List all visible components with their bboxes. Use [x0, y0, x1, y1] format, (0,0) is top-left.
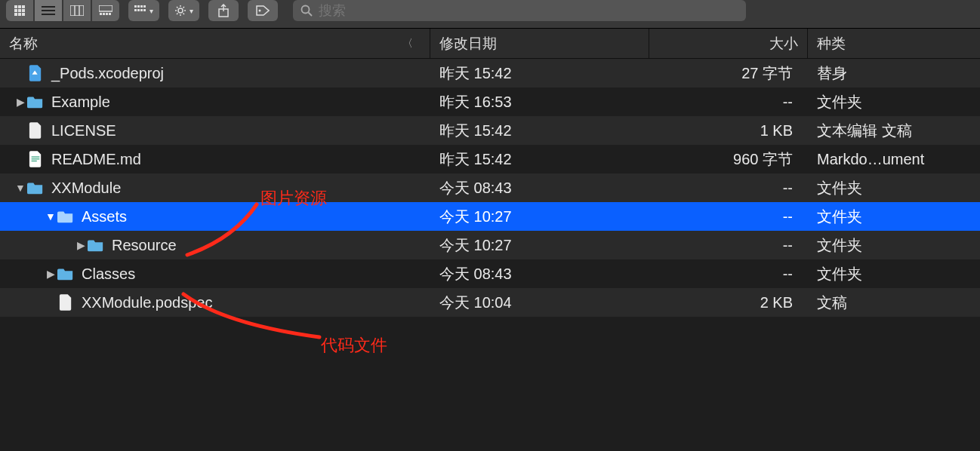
file-icon	[57, 294, 74, 311]
view-icon-button[interactable]	[6, 0, 33, 21]
file-rows: _Pods.xcodeproj 昨天 15:42 27 字节 替身 ▶ Exam…	[0, 59, 980, 317]
search-input[interactable]	[319, 3, 738, 19]
file-size: --	[649, 265, 808, 283]
grid-icon	[14, 5, 26, 17]
arrange-icon	[134, 5, 146, 16]
column-name-label: 名称	[9, 34, 38, 54]
xcodeproj-icon	[27, 65, 44, 81]
svg-rect-25	[137, 9, 140, 11]
svg-rect-27	[143, 9, 146, 11]
svg-rect-4	[18, 9, 21, 12]
tag-button[interactable]	[248, 0, 278, 21]
file-date: 今天 08:43	[430, 264, 649, 284]
file-kind: Markdo…ument	[808, 151, 980, 168]
file-date: 昨天 15:42	[430, 149, 649, 170]
file-name: XXModule	[51, 179, 121, 197]
svg-rect-20	[134, 5, 137, 8]
sort-indicator-icon: 〈	[402, 37, 413, 51]
svg-line-32	[309, 13, 313, 17]
disclosure-triangle[interactable]: ▶	[14, 96, 27, 108]
column-header-kind[interactable]: 种类	[808, 29, 980, 58]
svg-rect-6	[14, 13, 17, 16]
file-row[interactable]: ▶ Resource 今天 10:27 -- 文件夹	[0, 231, 980, 259]
svg-rect-10	[42, 10, 55, 11]
file-kind: 替身	[808, 63, 980, 84]
folder-icon	[57, 265, 74, 282]
file-date: 昨天 15:42	[430, 63, 649, 84]
file-date: 昨天 16:53	[430, 92, 649, 112]
md-icon	[27, 151, 44, 167]
disclosure-triangle[interactable]: ▶	[74, 239, 88, 251]
svg-rect-23	[143, 5, 146, 8]
file-row[interactable]: ▼ Assets 今天 10:27 -- 文件夹	[0, 202, 980, 231]
file-name: Classes	[82, 265, 135, 283]
svg-rect-5	[22, 9, 25, 12]
file-size: --	[649, 94, 808, 111]
file-row[interactable]: ▼ XXModule 今天 08:43 -- 文件夹	[0, 173, 980, 202]
svg-rect-12	[70, 5, 84, 16]
file-name: XXModule.podspec	[82, 294, 212, 311]
folder-icon	[88, 237, 104, 253]
file-row[interactable]: _Pods.xcodeproj 昨天 15:42 27 字节 替身	[0, 59, 980, 87]
file-size: --	[649, 237, 808, 254]
file-name: Resource	[112, 237, 177, 254]
gear-icon	[174, 5, 186, 17]
view-column-button[interactable]	[63, 0, 91, 21]
annotation-code-files: 代码文件	[321, 334, 387, 357]
folder-icon	[57, 208, 74, 225]
svg-rect-26	[140, 9, 143, 11]
file-row[interactable]: LICENSE 昨天 15:42 1 KB 文本编辑 文稿	[0, 116, 980, 145]
disclosure-triangle[interactable]: ▼	[14, 182, 27, 194]
svg-rect-2	[22, 5, 25, 8]
file-size: 1 KB	[649, 122, 808, 140]
file-icon	[27, 122, 44, 139]
view-list-button[interactable]	[35, 0, 62, 21]
share-button[interactable]	[208, 0, 239, 21]
file-name: _Pods.xcodeproj	[51, 65, 164, 82]
svg-rect-11	[42, 14, 55, 15]
search-box[interactable]	[293, 0, 746, 21]
file-size: 960 字节	[649, 149, 808, 170]
svg-rect-9	[42, 6, 55, 8]
toolbar: ▾ ▾	[0, 0, 980, 29]
file-date: 今天 08:43	[430, 178, 649, 198]
svg-rect-33	[32, 156, 40, 157]
disclosure-triangle[interactable]: ▶	[44, 268, 57, 280]
tag-icon	[256, 5, 270, 16]
file-row[interactable]: README.md 昨天 15:42 960 字节 Markdo…ument	[0, 145, 980, 173]
column-header-date[interactable]: 修改日期	[430, 29, 649, 58]
svg-rect-1	[18, 5, 21, 8]
svg-rect-8	[22, 13, 25, 16]
file-kind: 文件夹	[808, 92, 980, 112]
svg-rect-24	[134, 9, 137, 11]
view-gallery-button[interactable]	[92, 0, 119, 21]
file-date: 今天 10:27	[430, 207, 649, 227]
svg-rect-18	[106, 13, 108, 15]
file-kind: 文件夹	[808, 235, 980, 256]
action-button[interactable]: ▾	[168, 0, 199, 21]
file-name: Example	[51, 94, 110, 111]
svg-rect-22	[140, 5, 143, 8]
file-size: 2 KB	[649, 294, 808, 311]
svg-rect-35	[32, 161, 37, 161]
file-row[interactable]: XXModule.podspec 今天 10:04 2 KB 文稿	[0, 288, 980, 317]
file-kind: 文稿	[808, 293, 980, 313]
file-date: 今天 10:27	[430, 235, 649, 256]
file-size: --	[649, 179, 808, 197]
folder-icon	[27, 179, 44, 196]
file-date: 今天 10:04	[430, 293, 649, 313]
file-listing: 名称 〈 修改日期 大小 种类 _Pods.xcodeproj 昨天 15:42…	[0, 29, 980, 451]
folder-icon	[27, 94, 44, 110]
file-row[interactable]: ▶ Example 昨天 16:53 -- 文件夹	[0, 87, 980, 116]
column-header-size[interactable]: 大小	[649, 29, 808, 58]
file-row[interactable]: ▶ Classes 今天 08:43 -- 文件夹	[0, 259, 980, 288]
column-header-name[interactable]: 名称 〈	[0, 29, 430, 58]
arrange-button[interactable]: ▾	[128, 0, 159, 21]
column-headers: 名称 〈 修改日期 大小 种类	[0, 29, 980, 59]
svg-point-28	[178, 8, 183, 13]
file-size: --	[649, 208, 808, 226]
disclosure-triangle[interactable]: ▼	[44, 210, 57, 222]
file-kind: 文件夹	[808, 178, 980, 198]
svg-rect-3	[14, 9, 17, 12]
file-date: 昨天 15:42	[430, 121, 649, 141]
